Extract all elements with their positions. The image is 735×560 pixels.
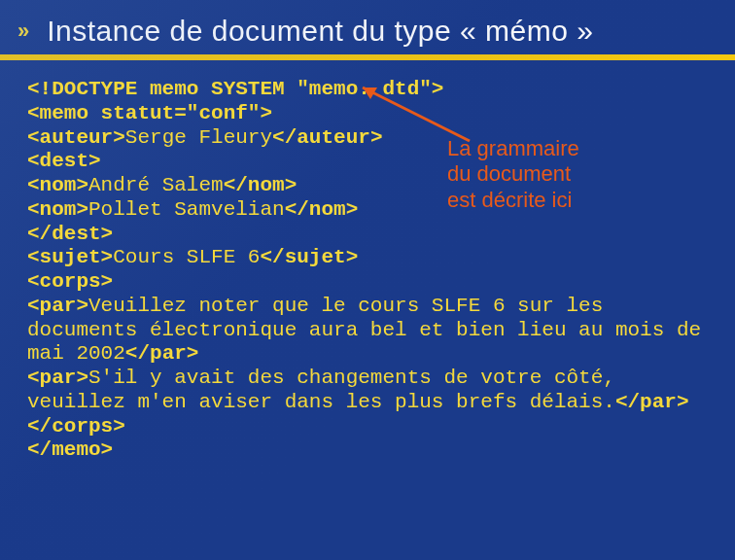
code-line: <par>Veuillez noter que le cours SLFE 6 … [27, 295, 714, 367]
xml-text: Cours SLFE 6 [113, 246, 260, 268]
annotation-line: est décrite ici [447, 188, 579, 213]
code-line: <!DOCTYPE memo SYSTEM "memo. dtd"> [27, 78, 714, 102]
xml-tag: </nom> [224, 174, 298, 196]
code-line: <sujet>Cours SLFE 6</sujet> [27, 246, 714, 270]
xml-tag: </corps> [27, 415, 125, 438]
code-line: <nom>Pollet Samvelian</nom> [27, 198, 714, 223]
code-line: </memo> [27, 438, 714, 463]
code-line: <nom>André Salem</nom> [27, 174, 714, 198]
xml-tag: </par> [125, 342, 199, 365]
code-line: <par>S'il y avait des changements de vot… [27, 367, 714, 415]
xml-tag: </par> [615, 391, 689, 413]
code-line: <corps> [27, 270, 714, 295]
xml-text: André Salem [88, 174, 224, 196]
xml-tag: <corps> [27, 270, 113, 293]
code-line: <auteur>Serge Fleury</auteur> [27, 126, 714, 151]
xml-tag: <nom> [27, 174, 88, 196]
annotation-line: du document [447, 161, 579, 187]
code-line: <memo statut="conf"> [27, 102, 714, 126]
xml-tag: <sujet> [27, 246, 113, 268]
xml-tag: </nom> [285, 198, 359, 221]
xml-tag: </auteur> [272, 126, 382, 149]
slide-title: Instance de document du type « mémo » [47, 15, 593, 48]
annotation-line: La grammaire [447, 136, 579, 161]
xml-tag: <dest> [27, 150, 101, 172]
xml-tag: <par> [27, 295, 88, 317]
slide-header: » Instance de document du type « mémo » [0, 0, 735, 54]
xml-tag: <par> [27, 367, 88, 389]
code-line: </corps> [27, 415, 714, 439]
annotation-text: La grammaire du document est décrite ici [447, 136, 579, 213]
xml-tag: <memo statut="conf"> [27, 102, 272, 124]
xml-tag: <nom> [27, 198, 88, 221]
xml-tag: </sujet> [260, 246, 358, 268]
code-block: La grammaire du document est décrite ici… [0, 60, 735, 463]
xml-text: Serge Fleury [125, 126, 272, 149]
xml-tag: </memo> [27, 438, 113, 461]
code-line: <dest> [27, 150, 714, 174]
xml-tag: <auteur> [27, 126, 125, 149]
xml-tag: <!DOCTYPE memo SYSTEM "memo. dtd"> [27, 78, 443, 100]
xml-tag: </dest> [27, 223, 113, 245]
code-line: </dest> [27, 223, 714, 247]
xml-text: S'il y avait des changements de votre cô… [27, 367, 628, 413]
header-bullet: » [18, 18, 29, 44]
xml-text: Pollet Samvelian [88, 198, 285, 221]
